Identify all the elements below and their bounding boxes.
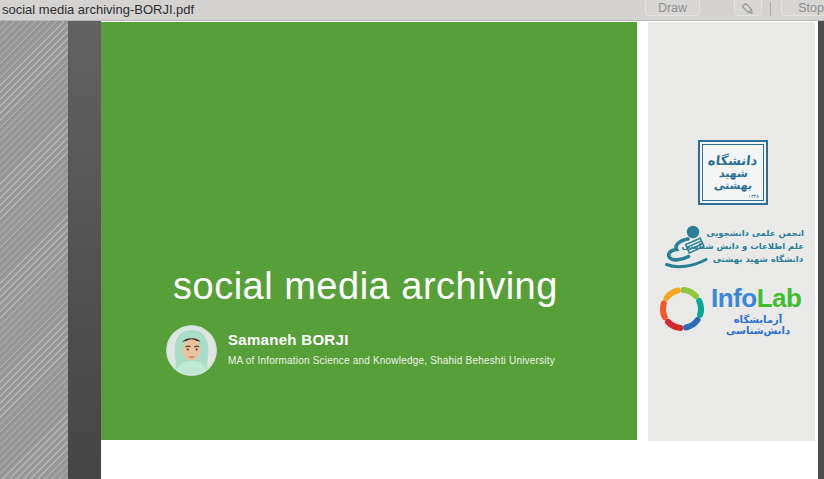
association-line-3: دانشگاه شهید بهشتی: [712, 253, 804, 266]
hatched-background: [0, 21, 68, 479]
shahid-beheshti-university-emblem: دانشگاه شهید بهشتی ۱۳۳۸: [698, 140, 768, 205]
association-text: انجمن علمی دانشجویی علم اطلاعات و دانش ش…: [712, 227, 804, 266]
association-line-1: انجمن علمی دانشجویی: [712, 227, 804, 240]
infolab-persian-caption: آزمایشگاه دانش‌شناسی: [711, 314, 805, 336]
draw-button[interactable]: Draw: [645, 0, 700, 16]
author-name: Samaneh BORJI: [228, 331, 555, 348]
author-block: Samaneh BORJI MA of Information Science …: [166, 325, 555, 376]
slide-green-area: social media archiving: [101, 22, 637, 440]
pdf-slide-page: social media archiving: [101, 21, 818, 479]
left-dark-strip: [68, 21, 101, 479]
infolab-ring-icon: [656, 283, 708, 339]
screen-share-window: social media archiving-BORJI.pdf Draw St…: [0, 0, 824, 479]
right-dark-strip: [818, 21, 824, 479]
pencil-icon: [741, 5, 755, 19]
association-line-2: علم اطلاعات و دانش شناسی: [712, 240, 804, 253]
emblem-year: ۱۳۳۸: [748, 193, 759, 199]
toolbar-separator: [770, 2, 771, 16]
author-affiliation: MA of Information Science and Knowledge,…: [228, 355, 555, 366]
annotation-pencil-button[interactable]: [734, 0, 762, 16]
infolab-logo: InfoLab آزمایشگاه دانش‌شناسی: [656, 281, 808, 341]
author-text: Samaneh BORJI MA of Information Science …: [228, 325, 555, 366]
student-association-logo: انجمن علمی دانشجویی علم اطلاعات و دانش ش…: [662, 222, 807, 274]
infolab-info-text: Info: [711, 283, 757, 313]
university-emblem-calligraphy: دانشگاه شهید بهشتی ۱۳۳۸: [702, 144, 764, 201]
author-avatar: [166, 325, 217, 376]
document-title: social media archiving-BORJI.pdf: [2, 0, 194, 20]
slide-logo-panel: دانشگاه شهید بهشتی ۱۳۳۸: [648, 22, 815, 441]
infolab-wordmark: InfoLab: [711, 283, 801, 314]
slide-title: social media archiving: [173, 265, 633, 308]
stop-share-button[interactable]: Stop Sha: [781, 0, 824, 16]
document-title-bar: social media archiving-BORJI.pdf Draw St…: [0, 0, 824, 21]
infolab-lab-text: Lab: [757, 283, 802, 313]
